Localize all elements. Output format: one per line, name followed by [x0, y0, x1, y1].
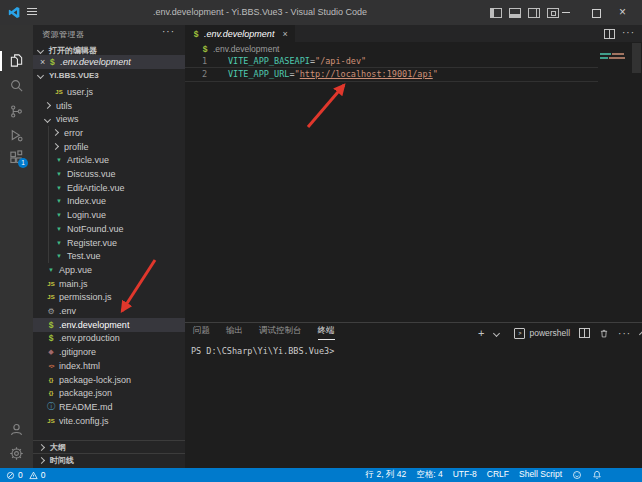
tree-item-Test.vue[interactable]: ▼Test.vue: [33, 249, 185, 263]
maximize-icon[interactable]: [592, 9, 601, 18]
panel-tab-2[interactable]: 输出: [226, 325, 243, 339]
tree-item-vite.config.js[interactable]: JSvite.config.js: [33, 414, 185, 428]
minimize-icon[interactable]: [562, 12, 570, 13]
tree-item-EditArticle.vue[interactable]: ▼EditArticle.vue: [33, 181, 185, 195]
warnings-icon: [29, 471, 38, 480]
tree-item-Discuss.vue[interactable]: ▼Discuss.vue: [33, 167, 185, 181]
new-terminal-icon[interactable]: +: [478, 328, 484, 338]
outline-section[interactable]: 大纲: [33, 440, 185, 454]
panel-actions: + > powershell ··· ×: [478, 327, 642, 339]
tree-item-package-lock.json[interactable]: {}package-lock.json: [33, 373, 185, 387]
files-icon[interactable]: [9, 53, 24, 68]
timeline-section[interactable]: 时间线: [33, 453, 185, 467]
file-label: Test.vue: [67, 251, 101, 261]
tree-item-index.html[interactable]: <>index.html: [33, 359, 185, 373]
editor-more-actions-icon[interactable]: ···: [622, 27, 635, 38]
debug-icon[interactable]: [9, 128, 24, 143]
line-number: 1: [185, 56, 207, 66]
code-token: ": [433, 69, 438, 79]
menu-icon[interactable]: [27, 8, 37, 16]
chevron-down-icon: [37, 72, 44, 79]
tree-item-NotFound.vue[interactable]: ▼NotFound.vue: [33, 222, 185, 236]
js-file-icon: JS: [46, 294, 56, 300]
tree-item-Login.vue[interactable]: ▼Login.vue: [33, 208, 185, 222]
bell-icon[interactable]: [592, 470, 602, 480]
status-item-1[interactable]: 行 2, 列 42: [366, 469, 407, 481]
status-item-5[interactable]: Shell Script: [519, 469, 562, 481]
problems-status[interactable]: 0 0: [6, 470, 45, 480]
sidebar-title: 资源管理器: [42, 29, 85, 40]
status-right: 行 2, 列 42空格: 4UTF-8CRLFShell Script: [366, 469, 602, 481]
file-label: README.md: [59, 402, 113, 412]
trash-icon[interactable]: [599, 328, 609, 339]
tree-item-main.js[interactable]: JSmain.js: [33, 277, 185, 291]
tree-item-.env[interactable]: ⚙.env: [33, 304, 185, 318]
close-tab-icon[interactable]: ×: [282, 29, 287, 39]
file-label: utils: [56, 101, 72, 111]
activity-bar: 1: [0, 25, 33, 468]
tab-env-development[interactable]: $ .env.development ×: [185, 25, 295, 42]
tree-item-Index.vue[interactable]: ▼Index.vue: [33, 195, 185, 209]
chevron-right-icon: [52, 143, 59, 150]
tree-item-Register.vue[interactable]: ▼Register.vue: [33, 236, 185, 250]
panel-more-actions-icon[interactable]: ···: [618, 328, 631, 339]
split-terminal-icon[interactable]: [579, 328, 590, 338]
tree-item-.env.production[interactable]: $.env.production: [33, 332, 185, 346]
code-line-1[interactable]: 1VITE_APP_BASEAPI="/api-dev": [185, 54, 598, 68]
vue-file-icon: ▼: [54, 212, 64, 218]
tree-item-views[interactable]: views: [33, 112, 185, 126]
split-editor-icon[interactable]: [604, 29, 615, 39]
js-file-icon: JS: [54, 89, 64, 95]
toggle-panel-icon[interactable]: [509, 8, 521, 18]
file-label: .env.production: [59, 333, 120, 343]
minimap[interactable]: [600, 57, 608, 59]
chevron-down-icon[interactable]: [493, 329, 500, 336]
customize-layout-icon[interactable]: [547, 8, 559, 18]
minimap[interactable]: [600, 53, 611, 55]
account-icon[interactable]: [9, 422, 24, 437]
tree-item-user.js[interactable]: JSuser.js: [33, 85, 185, 99]
branch-icon[interactable]: [9, 104, 24, 119]
tree-item-permission.js[interactable]: JSpermission.js: [33, 291, 185, 305]
chevron-right-icon: [38, 457, 45, 464]
terminal-profile-icon[interactable]: >: [514, 328, 525, 339]
file-label: error: [64, 128, 83, 138]
info-file-icon: ⓘ: [46, 401, 56, 412]
status-item-2[interactable]: 空格: 4: [416, 469, 442, 481]
tree-item-error[interactable]: error: [33, 126, 185, 140]
toggle-sidebar-icon[interactable]: [490, 8, 502, 18]
status-item-4[interactable]: CRLF: [487, 469, 509, 481]
gear-icon[interactable]: [9, 446, 24, 461]
search-icon[interactable]: [9, 78, 24, 93]
window-title: .env.development - Yi.BBS.Vue3 - Visual …: [140, 0, 380, 25]
tree-item-.gitignore[interactable]: ◆.gitignore: [33, 345, 185, 359]
toggle-secondary-sidebar-icon[interactable]: [528, 8, 540, 18]
json-file-icon: {}: [46, 390, 56, 396]
open-editor-item[interactable]: × $ .env.development: [33, 55, 185, 69]
feedback-icon[interactable]: [572, 470, 582, 480]
tree-item-.env.development[interactable]: $.env.development: [33, 318, 185, 332]
tree-item-profile[interactable]: profile: [33, 140, 185, 154]
editor-scrollbar[interactable]: [632, 43, 641, 73]
project-root-section[interactable]: YI.BBS.VUE3: [33, 69, 185, 82]
more-actions-icon[interactable]: ···: [162, 26, 175, 37]
tree-item-App.vue[interactable]: ▼App.vue: [33, 263, 185, 277]
file-label: Login.vue: [67, 210, 106, 220]
panel-tab-3[interactable]: 调试控制台: [259, 325, 302, 339]
minimap[interactable]: [609, 57, 625, 59]
tree-item-package.json[interactable]: {}package.json: [33, 386, 185, 400]
tree-item-README.md[interactable]: ⓘREADME.md: [33, 400, 185, 414]
panel-tab-4[interactable]: 终端: [318, 325, 335, 340]
project-root-label: YI.BBS.VUE3: [49, 71, 99, 80]
code-line-2[interactable]: 2VITE_APP_URL="http://localhost:19001/ap…: [185, 68, 598, 82]
file-label: Discuss.vue: [67, 169, 116, 179]
terminal-prompt[interactable]: PS D:\CSharp\Yi\Yi.BBS.Vue3>: [191, 346, 334, 356]
close-icon[interactable]: ×: [619, 5, 626, 19]
panel-tab-1[interactable]: 问题: [193, 325, 210, 339]
tree-item-Article.vue[interactable]: ▼Article.vue: [33, 154, 185, 168]
tree-item-utils[interactable]: utils: [33, 99, 185, 113]
git-file-icon: ◆: [46, 348, 56, 356]
close-editor-icon[interactable]: ×: [40, 57, 45, 67]
minimap[interactable]: [612, 53, 624, 55]
status-item-3[interactable]: UTF-8: [453, 469, 477, 481]
